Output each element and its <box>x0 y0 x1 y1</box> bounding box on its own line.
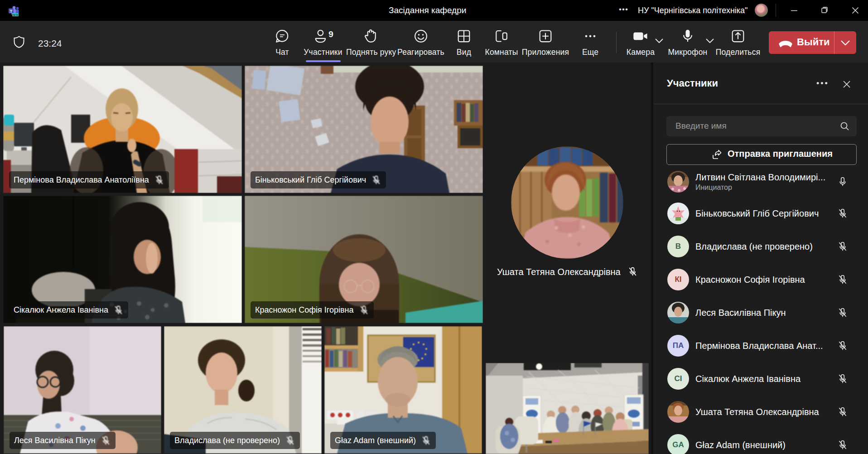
svg-text:T: T <box>10 9 13 14</box>
svg-text:NEW: NEW <box>13 14 19 16</box>
svg-text:9: 9 <box>328 29 333 39</box>
